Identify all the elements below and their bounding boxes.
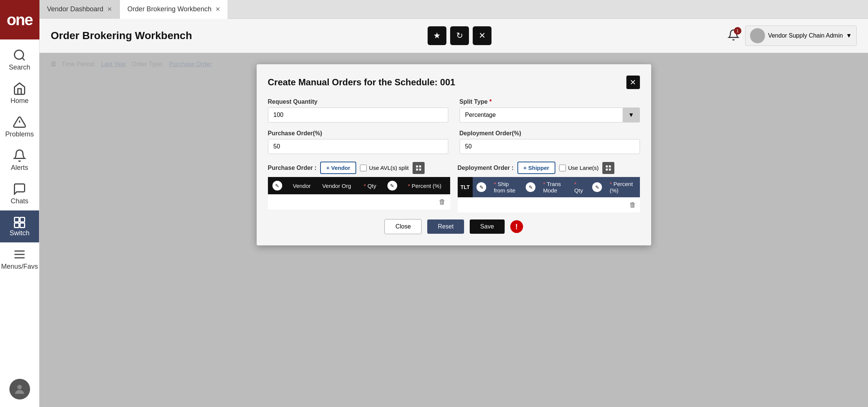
dropdown-chevron-icon: ▼	[846, 32, 852, 39]
split-type-input[interactable]	[460, 107, 623, 123]
deploy-cell-2	[473, 197, 490, 213]
sidebar: one Search Home Problems Alerts Chats Sw…	[0, 0, 39, 407]
purchase-table-row: 🗑	[268, 194, 450, 210]
tab-close-vendor[interactable]: ✕	[107, 6, 112, 13]
request-quantity-group: Request Quantity	[268, 98, 448, 123]
use-lanes-wrapper: Use Lane(s)	[559, 165, 599, 171]
purchase-order-pct-group: Purchase Order(%)	[268, 130, 448, 154]
modal-overlay: Create Manual Orders for the Schedule: 0…	[39, 53, 868, 407]
tab-label-vendor: Vendor Dashboard	[47, 5, 103, 13]
col-qty-d: * Qty	[570, 177, 588, 197]
modal-save-btn[interactable]: Save	[470, 219, 504, 234]
star-icon: ★	[433, 31, 441, 41]
sidebar-item-alerts[interactable]: Alerts	[0, 144, 39, 177]
cell-empty-1	[268, 194, 289, 210]
page-title: Order Brokering Workbench	[51, 30, 192, 42]
request-quantity-input[interactable]	[268, 107, 448, 123]
main-area: Vendor Dashboard ✕ Order Brokering Workb…	[39, 0, 868, 407]
form-row-2: Purchase Order(%) Deployment Order(%)	[268, 130, 640, 154]
sidebar-item-switch[interactable]: Switch	[0, 210, 39, 242]
sidebar-item-chats[interactable]: Chats	[0, 177, 39, 210]
request-quantity-label: Request Quantity	[268, 98, 448, 105]
search-icon	[13, 48, 26, 62]
split-type-group: Split Type * ▼	[460, 98, 640, 123]
user-avatar[interactable]	[9, 379, 30, 399]
col-edit-d2: ✎	[522, 177, 539, 197]
cell-delete: 🗑	[403, 194, 450, 210]
sidebar-label-switch: Switch	[9, 229, 29, 237]
cell-empty-5	[383, 194, 404, 210]
cell-empty-4	[359, 194, 383, 210]
add-shipper-button[interactable]: + Shipper	[517, 162, 555, 174]
tab-close-order[interactable]: ✕	[215, 6, 220, 13]
deployment-order-pct-input[interactable]	[460, 139, 640, 154]
svg-rect-13	[419, 165, 421, 167]
modal: Create Manual Orders for the Schedule: 0…	[257, 64, 651, 245]
app-logo[interactable]: one	[0, 0, 39, 39]
sidebar-label-menus: Menus/Favs	[1, 263, 38, 271]
grid-icon	[415, 165, 422, 171]
deploy-cell-7	[588, 197, 606, 213]
svg-rect-5	[20, 218, 25, 222]
purchase-order-section: Purchase Order : + Vendor Use AVL(s) spl…	[268, 162, 450, 213]
refresh-button[interactable]: ↻	[450, 26, 469, 45]
edit-circle-d3: ✎	[592, 182, 602, 192]
cell-empty-3	[318, 194, 359, 210]
deploy-row-delete-button[interactable]: 🗑	[629, 201, 636, 209]
sidebar-item-home[interactable]: Home	[0, 77, 39, 110]
deploy-cell-delete: 🗑	[606, 197, 640, 213]
svg-line-1	[22, 58, 25, 61]
svg-rect-4	[15, 218, 19, 222]
tab-bar: Vendor Dashboard ✕ Order Brokering Workb…	[39, 0, 868, 19]
grid-icon-2	[605, 165, 612, 171]
modal-close-btn[interactable]: Close	[384, 219, 422, 234]
deployment-table-row: 🗑	[458, 197, 640, 213]
tlt-cell: TLT	[458, 177, 473, 197]
purchase-row-delete-button[interactable]: 🗑	[439, 198, 446, 206]
sidebar-item-problems[interactable]: Problems	[0, 110, 39, 144]
modal-footer: Close Reset Save !	[268, 219, 640, 234]
deployment-grid-icon[interactable]	[602, 162, 614, 174]
deploy-cell-4	[522, 197, 539, 213]
user-dropdown[interactable]: Vendor Supply Chain Admin ▼	[745, 26, 857, 46]
deploy-cell-5	[539, 197, 570, 213]
col-edit-d1: ✎	[473, 177, 490, 197]
col-percent: * Percent (%)	[403, 177, 450, 194]
svg-rect-19	[609, 168, 611, 170]
sidebar-label-alerts: Alerts	[11, 164, 28, 172]
warning-icon	[13, 115, 26, 129]
col-trans-mode: * Trans Mode	[539, 177, 570, 197]
tab-order-brokering[interactable]: Order Brokering Workbench ✕	[120, 0, 228, 19]
add-vendor-button[interactable]: + Vendor	[320, 162, 356, 174]
svg-point-11	[17, 385, 22, 389]
sidebar-item-menus[interactable]: Menus/Favs	[0, 242, 39, 276]
deploy-cell-1	[458, 197, 473, 213]
header-actions: ★ ↻ ✕	[428, 26, 491, 45]
notifications[interactable]: 1	[727, 29, 739, 42]
modal-reset-btn[interactable]: Reset	[427, 219, 464, 234]
error-indicator: !	[510, 220, 523, 233]
split-type-dropdown-btn[interactable]: ▼	[623, 107, 640, 123]
favorite-button[interactable]: ★	[428, 26, 446, 45]
tab-vendor-dashboard[interactable]: Vendor Dashboard ✕	[39, 0, 120, 19]
modal-close-button[interactable]: ✕	[626, 76, 640, 89]
svg-point-0	[15, 50, 24, 59]
edit-circle-d1: ✎	[476, 182, 486, 192]
close-button[interactable]: ✕	[473, 26, 491, 45]
use-avl-split-checkbox[interactable]	[360, 165, 367, 171]
col-vendor: Vendor	[288, 177, 318, 194]
purchase-order-pct-input[interactable]	[268, 139, 448, 154]
use-avl-split-label: Use AVL(s) split	[369, 165, 409, 171]
notification-badge: 1	[734, 27, 741, 35]
sidebar-label-problems: Problems	[5, 130, 34, 138]
svg-rect-16	[606, 165, 608, 167]
sidebar-item-search[interactable]: Search	[0, 43, 39, 77]
cell-empty-2	[288, 194, 318, 210]
purchase-grid-icon[interactable]	[413, 162, 425, 174]
use-lanes-checkbox[interactable]	[559, 165, 566, 171]
deployment-order-actions: Deployment Order : + Shipper Use Lane(s)	[458, 162, 640, 174]
page-header: Order Brokering Workbench ★ ↻ ✕ 1 Vendor…	[39, 19, 868, 53]
header-right: 1 Vendor Supply Chain Admin ▼	[727, 26, 857, 46]
col-edit-d3: ✎	[588, 177, 606, 197]
svg-rect-15	[419, 168, 421, 170]
